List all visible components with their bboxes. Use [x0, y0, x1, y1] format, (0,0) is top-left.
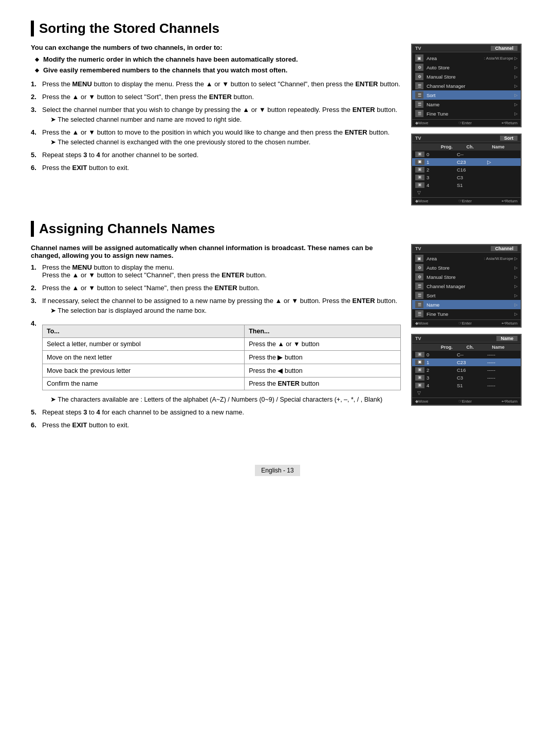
table-header-to: To... [43, 325, 245, 338]
sort-row: ▣ 3 C3 [412, 174, 521, 181]
section2-screens: TV Channel ▣ Area : Asia/W.Europe ▷ ⚙ Au… [411, 244, 524, 434]
row-icon: ☰ [415, 310, 423, 317]
row-icon: ☰ [415, 91, 423, 99]
bullet-item: Give easily remembered numbers to the ch… [35, 66, 401, 74]
row-icon: ☰ [415, 110, 423, 117]
sort-row: ▣ 4 S1 [412, 181, 521, 189]
row-icon: ☰ [415, 301, 423, 308]
menu-row-name: ☰ Name ▷ [412, 300, 521, 309]
table-row: Move on the next letter Press the ▶ butt… [43, 351, 401, 364]
tv-label: TV [415, 136, 500, 141]
footer-wrap: English - 13 [31, 449, 524, 476]
screen-header: TV Channel [412, 45, 521, 52]
menu-row: ▣ Area : Asia/W.Europe ▷ [412, 53, 521, 63]
section2-title: Assigning Channels Names [31, 221, 524, 237]
name-row: ▣ 3 C3 ----- [412, 374, 521, 382]
row-icon: ▣ [415, 255, 423, 262]
menu-row: ⚙ Auto Store ▷ [412, 63, 521, 72]
screen-header: TV Name [412, 335, 521, 343]
section2-intro: Channel names will be assigned automatic… [31, 244, 401, 259]
step-item: 2. Press the ▲ or ▼ button to select "So… [31, 93, 401, 101]
screen-body: Prog. Ch. Name ▣ 0 C-- ▣ 1 C23 ▷ ▣ [412, 142, 521, 197]
step-item: 1. Press the MENU button to display the … [31, 80, 401, 88]
menu-row: ▣ Area : Asia/W.Europe ▷ [412, 254, 521, 263]
sort-row: ▣ 2 C16 [412, 166, 521, 174]
step-item: 5. Repeat steps 3 to 4 for each channel … [31, 408, 401, 416]
sort-row-selected: ▣ 1 C23 ▷ [412, 158, 521, 166]
name-row: ▣ 2 C16 ----- [412, 366, 521, 374]
row-icon: ☰ [415, 292, 423, 299]
row-icon: ☰ [415, 101, 423, 108]
menu-row: ☰ Channel Manager ▷ [412, 281, 521, 291]
screen-header: TV Channel [412, 245, 521, 253]
name-row: ▣ 4 S1 ----- [412, 382, 521, 389]
step-item: 4. To... Then... Select a letter, number… [31, 319, 401, 403]
bullet-item: Modify the numeric order in which the ch… [35, 55, 401, 63]
row-icon: ⚙ [415, 64, 423, 71]
menu-row: ⚙ Auto Store ▷ [412, 263, 521, 272]
tv-screen-name-list: TV Name Prog. Ch. Name ▣ 0 C-- ----- ▣ [411, 334, 522, 406]
menu-row-sort: ☰ Sort ▷ [412, 90, 521, 100]
table-row: Select a letter, number or symbol Press … [43, 338, 401, 351]
step-item: 2. Press the ▲ or ▼ button to select "Na… [31, 284, 401, 292]
screen-footer: ◆Move ☞Enter ↩Return [412, 398, 521, 405]
tv-label: TV [415, 246, 491, 251]
step-item: 3. Select the channel number that you wi… [31, 106, 401, 123]
step-item: 3. If necessary, select the channel to b… [31, 297, 401, 314]
tv-label: TV [415, 46, 491, 51]
sort-row-arrow: ▽ [412, 189, 521, 196]
name-row-arrow: ▽ [412, 389, 521, 396]
channel-label: Channel [491, 246, 517, 251]
screen-header: TV Sort [412, 135, 521, 142]
section2-steps: 1. Press the MENU button to display the … [31, 263, 401, 429]
row-icon: ☰ [415, 82, 423, 89]
step-item: 6. Press the EXIT button to exit. [31, 421, 401, 429]
step-item: 1. Press the MENU button to display the … [31, 263, 401, 279]
menu-row: ☰ Fine Tune ▷ [412, 109, 521, 118]
step-item: 4. Press the ▲ or ▼ button to move to th… [31, 128, 401, 146]
section1-screens: TV Channel ▣ Area : Asia/W.Europe ▷ ⚙ Au… [411, 44, 524, 205]
screen-body: ▣ Area : Asia/W.Europe ▷ ⚙ Auto Store ▷ … [412, 52, 521, 119]
row-icon: ☰ [415, 282, 423, 290]
row-icon: ⚙ [415, 273, 423, 280]
sort-row: ▣ 0 C-- [412, 150, 521, 158]
tv-label: TV [415, 336, 496, 341]
table-header-then: Then... [245, 325, 401, 338]
screen-footer: ◆Move ☞Enter ↩Return [412, 119, 521, 126]
menu-row: ☰ Channel Manager ▷ [412, 81, 521, 90]
name-row-selected: ▣ 1 C23 ----- [412, 358, 521, 366]
screen-footer: ◆Move ☞Enter ↩Return [412, 197, 521, 204]
section1-title: Sorting the Stored Channels [31, 21, 524, 36]
section1-content: You can exchange the numbers of two chan… [31, 44, 401, 205]
tv-screen-name-channel: TV Channel ▣ Area : Asia/W.Europe ▷ ⚙ Au… [411, 244, 522, 328]
tv-screen-sort: TV Sort Prog. Ch. Name ▣ 0 C-- ▣ [411, 134, 522, 205]
menu-row: ⚙ Manual Store ▷ [412, 72, 521, 81]
step-item: 6. Press the EXIT button to exit. [31, 164, 401, 172]
menu-row: ⚙ Manual Store ▷ [412, 272, 521, 281]
row-icon: ⚙ [415, 73, 423, 80]
row-icon: ⚙ [415, 264, 423, 271]
step4-table: To... Then... Select a letter, number or… [42, 325, 401, 390]
step-item: 5. Repeat steps 3 to 4 for another chann… [31, 151, 401, 159]
screen-footer: ◆Move ☞Enter ↩Return [412, 319, 521, 327]
menu-row: ☰ Name ▷ [412, 100, 521, 109]
section1-bullets: Modify the numeric order in which the ch… [31, 55, 401, 74]
menu-row: ☰ Sort ▷ [412, 291, 521, 300]
tv-screen-channel-menu: TV Channel ▣ Area : Asia/W.Europe ▷ ⚙ Au… [411, 44, 522, 127]
section1-steps: 1. Press the MENU button to display the … [31, 80, 401, 172]
table-row: Move back the previous letter Press the … [43, 364, 401, 377]
page-footer: English - 13 [255, 465, 300, 476]
row-icon: ▣ [415, 54, 423, 62]
table-row: Confirm the name Press the ENTER button [43, 377, 401, 390]
screen-body: Prog. Ch. Name ▣ 0 C-- ----- ▣ 1 C23 ---… [412, 343, 521, 398]
section2-content: Channel names will be assigned automatic… [31, 244, 401, 434]
channel-label: Channel [491, 46, 517, 51]
section1-intro: You can exchange the numbers of two chan… [31, 44, 401, 51]
sort-columns: Prog. Ch. Name [412, 143, 521, 150]
name-columns: Prog. Ch. Name [412, 344, 521, 351]
name-label: Name [496, 336, 517, 341]
name-row: ▣ 0 C-- ----- [412, 351, 521, 358]
screen-body: ▣ Area : Asia/W.Europe ▷ ⚙ Auto Store ▷ … [412, 253, 521, 319]
menu-row: ☰ Fine Tune ▷ [412, 309, 521, 318]
sort-label: Sort [500, 136, 517, 141]
